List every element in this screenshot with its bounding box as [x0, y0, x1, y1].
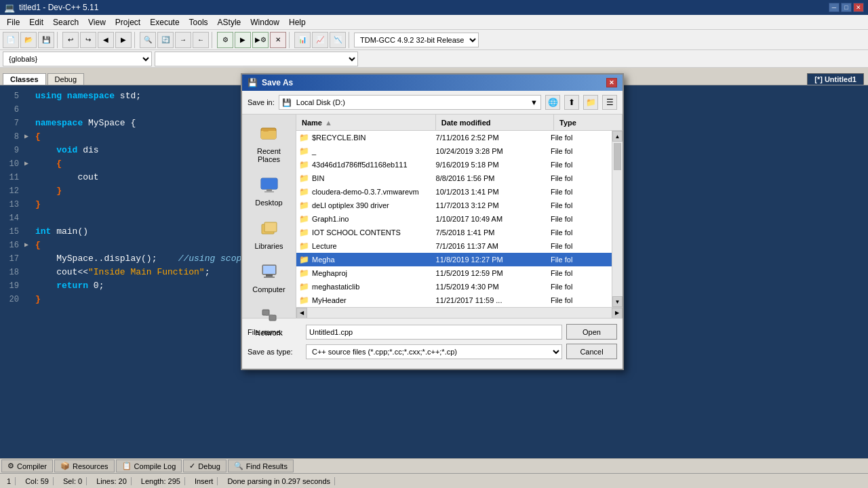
- libraries-icon: [258, 218, 280, 239]
- nav-desktop[interactable]: Desktop: [245, 171, 293, 209]
- file-row-7[interactable]: 📁IOT SCHOOL CONTENTS7/5/2018 1:41 PMFile…: [296, 226, 612, 239]
- file-date: 11/7/2013 3:12 PM: [433, 200, 548, 211]
- filetype-select[interactable]: C++ source files (*.cpp;*.cc;*.cxx;*.c++…: [306, 344, 562, 359]
- scroll-track: [612, 142, 623, 296]
- hscroll-right-btn[interactable]: ▶: [612, 308, 623, 319]
- scroll-down-btn[interactable]: ▼: [612, 296, 623, 307]
- filename-label: File name:: [248, 328, 302, 336]
- file-type: File fol: [548, 241, 612, 251]
- dialog-icon: 💾: [248, 78, 258, 87]
- svg-rect-10: [263, 266, 275, 274]
- save-in-combo[interactable]: 💾 Local Disk (D:) ▼: [279, 95, 541, 110]
- computer-icon: [258, 261, 280, 283]
- nav-computer-label: Computer: [252, 285, 285, 293]
- folder-icon: 📁: [299, 296, 309, 305]
- file-type: File fol: [548, 227, 612, 238]
- file-row-6[interactable]: 📁Graph1.ino1/10/2017 10:49 AMFile fol: [296, 212, 612, 226]
- desktop-icon: [258, 174, 280, 196]
- scroll-up-btn[interactable]: ▲: [612, 131, 623, 142]
- file-name: $RECYCLE.BIN: [312, 134, 366, 142]
- nav-libraries[interactable]: Libraries: [245, 215, 293, 253]
- file-name: Meghaproj: [312, 269, 347, 277]
- file-row-8[interactable]: 📁Lecture7/1/2016 11:37 AMFile fol: [296, 239, 612, 253]
- file-row-1[interactable]: 📁_10/24/2019 3:28 PMFile fol: [296, 144, 612, 158]
- dialog-left-nav: Recent Places Desktop: [242, 115, 296, 318]
- folder-icon: 📁: [299, 228, 309, 237]
- svg-rect-5: [267, 189, 272, 191]
- file-type: File fol: [548, 214, 612, 224]
- nav-recent-places[interactable]: Recent Places: [245, 120, 293, 166]
- file-type: File fol: [548, 146, 612, 157]
- svg-rect-12: [264, 277, 275, 278]
- h-scrollbar[interactable]: ◀ ▶: [296, 307, 623, 318]
- col-header-date[interactable]: Date modified: [436, 115, 554, 130]
- file-date: 7/1/2016 11:37 AM: [433, 241, 548, 251]
- file-date: 11/8/2019 12:27 PM: [433, 254, 548, 265]
- open-button[interactable]: Open: [566, 324, 617, 340]
- file-name: IOT SCHOOL CONTENTS: [312, 228, 401, 237]
- file-type: File fol: [548, 295, 612, 306]
- hscroll-track: [307, 308, 612, 318]
- nav-libraries-label: Libraries: [254, 242, 283, 250]
- file-row-9[interactable]: 📁Megha11/8/2019 12:27 PMFile fol: [296, 253, 612, 266]
- file-date: 9/16/2019 5:18 PM: [433, 159, 548, 170]
- file-row-4[interactable]: 📁cloudera-demo-0.3.7.vmwarevm10/1/2013 1…: [296, 185, 612, 199]
- file-date: 10/24/2019 3:28 PM: [433, 146, 548, 157]
- file-row-0[interactable]: 📁$RECYCLE.BIN7/11/2016 2:52 PMFile fol: [296, 131, 612, 144]
- filetype-label: Save as type:: [248, 348, 302, 356]
- file-date: 1/10/2017 10:49 AM: [433, 214, 548, 224]
- nav-up-btn[interactable]: ⬆: [564, 95, 579, 110]
- file-type: File fol: [548, 132, 612, 143]
- dialog-save-in-bar: Save in: 💾 Local Disk (D:) ▼ 🌐 ⬆ 📁 ☰: [242, 91, 623, 115]
- file-list[interactable]: 📁$RECYCLE.BIN7/11/2016 2:52 PMFile fol📁_…: [296, 131, 612, 307]
- dialog-title-text: Save As: [262, 78, 293, 87]
- folder-icon: 📁: [299, 241, 309, 251]
- filename-row: File name: Open: [248, 324, 617, 340]
- file-date: 7/5/2018 1:41 PM: [433, 227, 548, 238]
- dialog-form: File name: Open Save as type: C++ source…: [242, 318, 623, 369]
- dialog-title-left: 💾 Save As: [248, 78, 293, 87]
- file-row-11[interactable]: 📁meghastaticlib11/5/2019 4:30 PMFile fol: [296, 280, 612, 293]
- folder-icon: 📁: [299, 187, 309, 197]
- file-date: 10/1/2013 1:41 PM: [433, 186, 548, 197]
- svg-rect-14: [269, 315, 276, 321]
- dialog-close-btn[interactable]: ✕: [606, 78, 617, 87]
- nav-desktop-label: Desktop: [255, 199, 282, 207]
- filename-input[interactable]: [306, 325, 562, 340]
- svg-rect-11: [266, 274, 273, 277]
- file-list-scrollbar[interactable]: ▲ ▼: [612, 131, 623, 307]
- file-date: 7/11/2016 2:52 PM: [433, 132, 548, 143]
- folder-icon: 📁: [299, 268, 309, 278]
- file-name: _: [312, 147, 316, 155]
- folder-icon: 📁: [299, 255, 309, 264]
- file-date: 11/21/2017 11:59 ...: [433, 295, 548, 306]
- nav-back-btn[interactable]: 🌐: [545, 95, 560, 110]
- nav-computer[interactable]: Computer: [245, 258, 293, 296]
- save-in-label: Save in:: [248, 98, 275, 106]
- file-row-12[interactable]: 📁MyHeader11/21/2017 11:59 ...File fol: [296, 293, 612, 307]
- file-type: File fol: [548, 186, 612, 197]
- file-date: 11/5/2019 4:30 PM: [433, 281, 548, 292]
- nav-folder-btn[interactable]: 📁: [583, 95, 598, 110]
- file-row-10[interactable]: 📁Meghaproj11/5/2019 12:59 PMFile fol: [296, 266, 612, 280]
- hscroll-left-btn[interactable]: ◀: [296, 308, 307, 319]
- col-header-name[interactable]: Name ▲: [296, 115, 436, 130]
- file-row-3[interactable]: 📁BIN8/8/2016 1:56 PMFile fol: [296, 171, 612, 185]
- file-type: File fol: [548, 281, 612, 292]
- file-name: Megha: [312, 256, 335, 264]
- file-name: 43d46d1d786ff5d1168eb111: [312, 161, 408, 169]
- file-name: meghastaticlib: [312, 283, 359, 291]
- folder-icon: 📁: [299, 201, 309, 210]
- svg-rect-4: [261, 178, 277, 189]
- scroll-thumb[interactable]: [614, 143, 621, 170]
- nav-view-btn[interactable]: ☰: [602, 95, 617, 110]
- file-name: Graph1.ino: [312, 215, 349, 223]
- file-type: File fol: [548, 268, 612, 279]
- dialog-title-bar: 💾 Save As ✕: [242, 75, 623, 91]
- col-header-type[interactable]: Type: [554, 115, 623, 130]
- file-row-2[interactable]: 📁43d46d1d786ff5d1168eb1119/16/2019 5:18 …: [296, 158, 612, 171]
- folder-icon: 📁: [299, 146, 309, 156]
- cancel-button[interactable]: Cancel: [566, 344, 617, 359]
- file-row-5[interactable]: 📁deLl optiplex 390 driver11/7/2013 3:12 …: [296, 199, 612, 212]
- folder-icon: 📁: [299, 282, 309, 291]
